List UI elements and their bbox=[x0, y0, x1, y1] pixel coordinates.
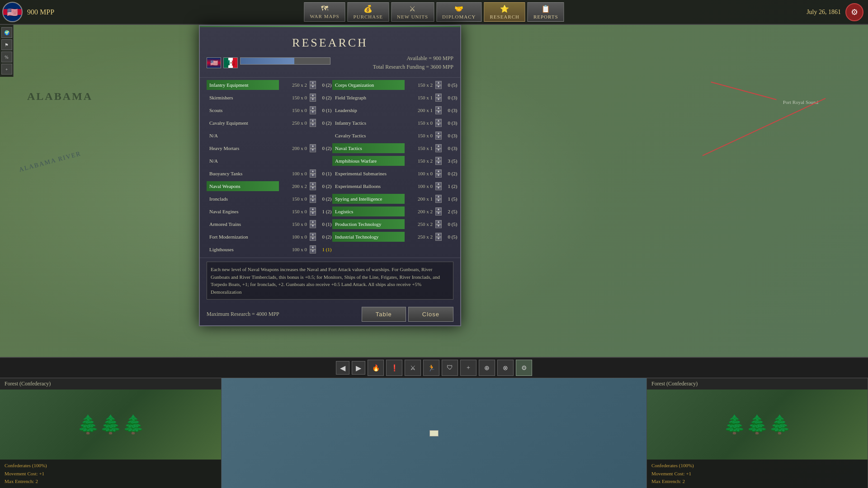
mpp-display: 900 MPP bbox=[27, 8, 54, 16]
union-flag-small[interactable]: 🇺🇸 bbox=[207, 57, 221, 68]
spin-down-2[interactable]: ▼ bbox=[310, 110, 316, 114]
right-spin-down-2[interactable]: ▼ bbox=[435, 110, 442, 114]
center-map-panel[interactable] bbox=[222, 378, 646, 488]
next-arrow[interactable]: ▶ bbox=[352, 361, 365, 375]
spin-up-2[interactable]: ▲ bbox=[310, 106, 316, 110]
spin-down-13[interactable]: ▼ bbox=[310, 249, 316, 253]
spin-up-5[interactable]: ▲ bbox=[310, 144, 316, 148]
side-icon-3[interactable]: % bbox=[1, 52, 12, 62]
spin-up-8[interactable]: ▲ bbox=[310, 182, 316, 186]
toolbar-btn-9[interactable]: ⚙ bbox=[516, 360, 532, 376]
spin-up-7[interactable]: ▲ bbox=[310, 169, 316, 174]
date-display: July 26, 1861 bbox=[807, 9, 841, 16]
right-spin-up-8[interactable]: ▲ bbox=[435, 182, 442, 186]
right-spinner-5: ▲ ▼ bbox=[435, 144, 442, 152]
toolbar-btn-7[interactable]: ⊕ bbox=[479, 360, 495, 376]
mexico-flag-small[interactable]: 🇲🇽 bbox=[223, 57, 238, 68]
toolbar-btn-3[interactable]: ⚔ bbox=[405, 360, 421, 376]
right-spin-down-4[interactable]: ▼ bbox=[435, 136, 442, 140]
right-spin-up-12[interactable]: ▲ bbox=[435, 233, 442, 237]
spin-up-12[interactable]: ▲ bbox=[310, 233, 316, 237]
spin-up-9[interactable]: ▲ bbox=[310, 195, 316, 199]
spin-down-3[interactable]: ▼ bbox=[310, 123, 316, 127]
right-spin-up-0[interactable]: ▲ bbox=[435, 81, 442, 85]
right-spin-down-0[interactable]: ▼ bbox=[435, 85, 442, 89]
right-spinner-12: ▲ ▼ bbox=[435, 233, 442, 241]
spin-up-10[interactable]: ▲ bbox=[310, 207, 316, 211]
right-spin-down-8[interactable]: ▼ bbox=[435, 186, 442, 190]
right-spin-down-3[interactable]: ▼ bbox=[435, 123, 442, 127]
left-tech-cost-13: 100 x 0 bbox=[281, 247, 308, 252]
spin-down-1[interactable]: ▼ bbox=[310, 98, 316, 102]
spin-down-8[interactable]: ▼ bbox=[310, 186, 316, 190]
toolbar-btn-1[interactable]: 🔥 bbox=[368, 360, 384, 376]
nav-research[interactable]: ⭐ Research bbox=[484, 2, 525, 22]
right-spin-up-4[interactable]: ▲ bbox=[435, 131, 442, 136]
spin-down-9[interactable]: ▼ bbox=[310, 199, 316, 203]
left-tech-name-7: Buoyancy Tanks bbox=[207, 169, 279, 178]
description-box: Each new level of Naval Weapons increase… bbox=[207, 262, 453, 300]
toolbar-btn-8[interactable]: ⊗ bbox=[497, 360, 514, 376]
spin-down-11[interactable]: ▼ bbox=[310, 224, 316, 228]
toolbar-btn-6[interactable]: + bbox=[460, 360, 476, 376]
section-divider bbox=[200, 77, 460, 78]
left-tech-name-12: Fort Modernization bbox=[207, 232, 279, 242]
left-spinner-13: ▲ ▼ bbox=[310, 245, 316, 253]
right-spin-up-1[interactable]: ▲ bbox=[435, 94, 442, 98]
right-spin-up-6[interactable]: ▲ bbox=[435, 157, 442, 161]
max-research-display: Maximum Research = 4000 MPP bbox=[207, 311, 279, 318]
right-tech-count-1: 0 (3) bbox=[443, 95, 462, 100]
right-spin-down-6[interactable]: ▼ bbox=[435, 161, 442, 165]
right-spin-down-7[interactable]: ▼ bbox=[435, 174, 442, 178]
right-spin-up-7[interactable]: ▲ bbox=[435, 169, 442, 174]
right-tech-name-4: Cavalry Tactics bbox=[332, 131, 405, 141]
nav-war-maps[interactable]: 🗺 War Maps bbox=[304, 2, 345, 22]
nav-purchase[interactable]: 💰 Purchase bbox=[348, 2, 389, 22]
spin-down-5[interactable]: ▼ bbox=[310, 148, 316, 152]
new-units-icon: ⚔ bbox=[409, 5, 416, 13]
spin-up-11[interactable]: ▲ bbox=[310, 220, 316, 224]
spin-up-13[interactable]: ▲ bbox=[310, 245, 316, 249]
right-spin-up-3[interactable]: ▲ bbox=[435, 119, 442, 123]
left-tech-row-13: Lighthouses100 x 0 ▲ ▼ 1 (1) bbox=[207, 244, 328, 255]
spin-down-10[interactable]: ▼ bbox=[310, 211, 316, 216]
spin-down-7[interactable]: ▼ bbox=[310, 174, 316, 178]
dialog-header-info: 🇺🇸 🇲🇽 Available = 900 MPP Total Research… bbox=[200, 54, 460, 76]
nav-diplomacy[interactable]: 🤝 Diplomacy bbox=[436, 2, 481, 22]
side-icon-2[interactable]: ⚑ bbox=[1, 39, 12, 50]
table-button[interactable]: Table bbox=[362, 307, 406, 322]
spin-down-12[interactable]: ▼ bbox=[310, 237, 316, 241]
right-spin-up-11[interactable]: ▲ bbox=[435, 220, 442, 224]
prev-arrow[interactable]: ◀ bbox=[336, 361, 349, 375]
toolbar-btn-4[interactable]: 🏃 bbox=[423, 360, 439, 376]
nav-new-units[interactable]: ⚔ New Units bbox=[391, 2, 434, 22]
right-spin-down-12[interactable]: ▼ bbox=[435, 237, 442, 241]
right-tech-count-4: 0 (3) bbox=[443, 133, 462, 138]
side-icon-4[interactable]: + bbox=[1, 64, 12, 75]
right-spin-down-5[interactable]: ▼ bbox=[435, 148, 442, 152]
right-tech-row-5: Naval Tactics150 x 1 ▲ ▼ 0 (3) bbox=[332, 142, 453, 154]
right-spin-down-1[interactable]: ▼ bbox=[435, 98, 442, 102]
right-tech-row-3: Infantry Tactics150 x 0 ▲ ▼ 0 (3) bbox=[332, 117, 453, 129]
settings-button[interactable]: ⚙ bbox=[845, 3, 863, 21]
toolbar-btn-5[interactable]: 🛡 bbox=[442, 360, 458, 376]
spin-up-3[interactable]: ▲ bbox=[310, 119, 316, 123]
nav-reports[interactable]: 📋 Reports bbox=[528, 2, 564, 22]
toolbar-btn-2[interactable]: ❗ bbox=[386, 360, 402, 376]
right-spin-up-10[interactable]: ▲ bbox=[435, 207, 442, 211]
right-tech-name-3: Infantry Tactics bbox=[332, 118, 405, 128]
left-tech-row-6: N/A bbox=[207, 155, 328, 167]
right-spin-up-9[interactable]: ▲ bbox=[435, 195, 442, 199]
left-tech-name-6: N/A bbox=[207, 156, 279, 166]
spin-down-0[interactable]: ▼ bbox=[310, 85, 316, 89]
side-icon-1[interactable]: 🌍 bbox=[1, 27, 12, 38]
right-spin-down-9[interactable]: ▼ bbox=[435, 199, 442, 203]
right-spin-down-11[interactable]: ▼ bbox=[435, 224, 442, 228]
right-spin-up-2[interactable]: ▲ bbox=[435, 106, 442, 110]
spin-up-0[interactable]: ▲ bbox=[310, 81, 316, 85]
left-spinner-2: ▲ ▼ bbox=[310, 106, 316, 114]
right-spin-up-5[interactable]: ▲ bbox=[435, 144, 442, 148]
close-button[interactable]: Close bbox=[408, 307, 453, 322]
spin-up-1[interactable]: ▲ bbox=[310, 94, 316, 98]
right-spin-down-10[interactable]: ▼ bbox=[435, 211, 442, 216]
